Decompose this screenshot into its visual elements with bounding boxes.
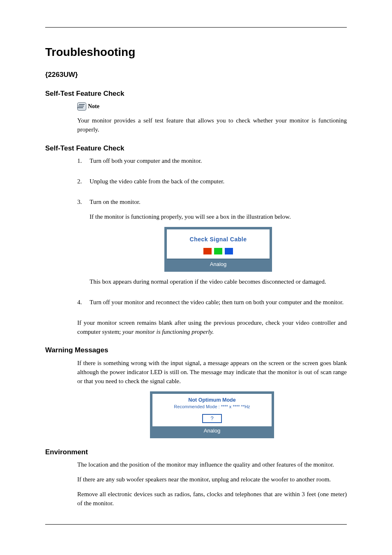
env-p3: Remove all electronic devices such as ra…: [77, 490, 347, 508]
section-selftest-1: Self-Test Feature Check: [45, 89, 347, 99]
step-2: 2. Unplug the video cable from the back …: [77, 177, 347, 192]
note-label: Note: [88, 102, 99, 111]
warning-body: If there is something wrong with the inp…: [77, 359, 347, 386]
step-1: 1. Turn off both your computer and the m…: [77, 157, 347, 171]
osd-check-signal: Check Signal Cable Analog: [164, 227, 272, 272]
step-3: 3. Turn on the monitor. If the monitor i…: [77, 198, 347, 292]
osd-footer: Analog: [167, 259, 270, 270]
osd-title: Check Signal Cable: [167, 235, 270, 243]
square-green: [214, 248, 222, 254]
osd2-line1: Not Optimum Mode: [152, 396, 272, 404]
step-extra: If the monitor is functioning properly, …: [90, 213, 347, 222]
step-4: 4. Turn off your monitor and reconnect t…: [77, 298, 347, 313]
step-number: 3.: [77, 198, 90, 292]
osd2-help-button: ?: [202, 414, 221, 423]
step-text: Turn off your monitor and reconnect the …: [90, 298, 347, 307]
step-text: Turn on the monitor.: [90, 198, 347, 207]
note-text: Your monitor provides a self test featur…: [77, 116, 347, 134]
step-extra: This box appears during normal operation…: [90, 278, 347, 287]
square-red: [203, 248, 212, 254]
model-heading: {2263UW}: [45, 70, 347, 80]
osd-color-squares: [167, 248, 270, 254]
section-environment: Environment: [45, 447, 347, 458]
env-p1: The location and the position of the mon…: [77, 460, 347, 469]
step-number: 2.: [77, 177, 90, 192]
square-blue: [225, 248, 233, 254]
step-number: 4.: [77, 298, 90, 313]
bottom-rule: [45, 524, 347, 525]
env-p2: If there are any sub woofer speakers nea…: [77, 475, 347, 484]
step-text: Unplug the video cable from the back of …: [90, 177, 347, 186]
section-warning: Warning Messages: [45, 345, 347, 356]
closing-italic: your monitor is functioning properly.: [122, 328, 214, 335]
osd2-footer: Analog: [152, 426, 272, 436]
note-icon: [77, 102, 86, 111]
top-rule: [45, 27, 347, 28]
osd2-line2: Recommended Mode : **** x **** **Hz: [152, 404, 272, 410]
page-title: Troubleshooting: [45, 44, 347, 61]
section-selftest-2: Self-Test Feature Check: [45, 143, 347, 154]
osd-not-optimum: Not Optimum Mode Recommended Mode : ****…: [150, 391, 274, 438]
selftest-closing: If your monitor screen remains blank aft…: [77, 319, 347, 337]
step-number: 1.: [77, 157, 90, 171]
step-text: Turn off both your computer and the moni…: [90, 157, 347, 166]
